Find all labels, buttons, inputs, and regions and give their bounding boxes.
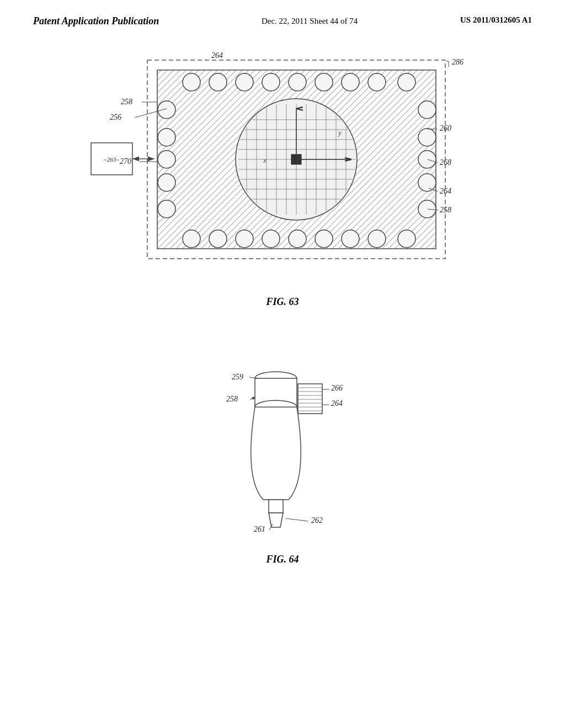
label-262-fig64: 262 (311, 516, 323, 524)
spot-right-4 (418, 174, 436, 191)
label-266-fig64: 266 (331, 384, 343, 392)
patent-number: US 2011/0312605 A1 (460, 15, 532, 25)
cone-body (251, 407, 301, 500)
label-286: 286 (452, 58, 463, 66)
label-259-fig64: 259 (232, 373, 243, 381)
spot-bottom-2 (209, 230, 227, 248)
spot-right-3 (418, 151, 436, 168)
spot-bottom-7 (342, 230, 359, 248)
spot-right-1 (418, 101, 436, 119)
label-258-top: 258 (121, 98, 132, 106)
page-header: Patent Application Publication Dec. 22, … (0, 0, 565, 27)
spot-bottom-8 (368, 230, 386, 248)
tip-nozzle (269, 513, 283, 527)
spot-right-5 (418, 200, 436, 218)
label-268: 268 (440, 158, 451, 167)
spot-bottom-9 (398, 230, 415, 248)
spot-left-1 (158, 101, 175, 119)
spot-left-3 (158, 151, 175, 168)
spot-top-7 (342, 73, 359, 91)
spot-top-2 (209, 73, 227, 91)
spot-bottom-1 (183, 230, 200, 248)
label-264-top: 264 (211, 51, 223, 60)
spot-top-6 (315, 73, 333, 91)
spot-top-3 (236, 73, 253, 91)
label-260: 260 (440, 124, 451, 132)
label-261-fig64: 261 (254, 525, 265, 533)
label-264-fig64: 264 (331, 399, 343, 408)
label-263: ~263~ (104, 156, 119, 163)
spot-left-5 (158, 200, 175, 218)
label-x: x (263, 156, 266, 164)
fig64-diagram: 259 266 258 264 262 261 (167, 335, 398, 550)
spot-left-4 (158, 174, 175, 191)
spot-bottom-3 (236, 230, 253, 248)
tip-rect (269, 500, 283, 513)
spot-left-2 (158, 129, 175, 146)
label-y: y (337, 129, 342, 137)
fig63-caption: FIG. 63 (266, 296, 299, 308)
spot-bottom-5 (289, 230, 306, 248)
spot-bottom-4 (262, 230, 280, 248)
label-264-right: 264 (440, 187, 451, 195)
spot-bottom-6 (315, 230, 333, 248)
label-258-right: 258 (440, 206, 451, 214)
spot-top-9 (398, 73, 415, 91)
spot-top-5 (289, 73, 306, 91)
label-256: 256 (110, 113, 121, 121)
fig63-diagram: 264 286 258 256 260 270 268 264 258 ~263… (76, 49, 489, 292)
chip-outer (298, 384, 322, 414)
sheet-info: Dec. 22, 2011 Sheet 44 of 74 (262, 15, 358, 27)
fig64-caption: FIG. 64 (266, 554, 299, 565)
label-258-fig64: 258 (226, 395, 238, 403)
spot-top-4 (262, 73, 280, 91)
spot-right-2 (418, 129, 436, 146)
publication-label: Patent Application Publication (33, 15, 159, 27)
main-content: 264 286 258 256 260 270 268 264 258 ~263… (0, 27, 565, 565)
svg-line-46 (286, 518, 308, 521)
spot-top-1 (183, 73, 200, 91)
spot-top-8 (368, 73, 386, 91)
label-270: 270 (120, 157, 131, 165)
